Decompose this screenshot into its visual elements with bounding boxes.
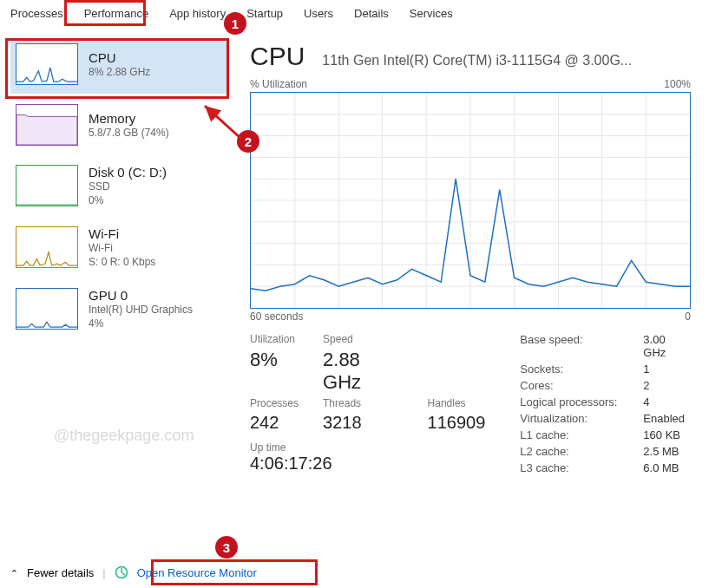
- sidebar-item-disk[interactable]: Disk 0 (C: D:) SSD 0%: [10, 160, 227, 216]
- tab-app-history[interactable]: App history: [159, 0, 236, 29]
- stat-speed-label: Speed: [323, 333, 404, 345]
- chart-xmax: 60 seconds: [250, 310, 303, 323]
- sidebar-wifi-sub2: S: 0 R: 0 Kbps: [89, 256, 155, 269]
- info-sockets-label: Sockets:: [520, 363, 633, 376]
- sidebar-memory-sub: 5.8/7.8 GB (74%): [89, 127, 169, 140]
- sidebar: CPU 8% 2.88 GHz Memory 5.8/7.8 GB (74%): [0, 29, 234, 550]
- sidebar-gpu-sub1: Intel(R) UHD Graphics: [89, 304, 193, 317]
- fewer-details-button[interactable]: Fewer details: [27, 566, 94, 579]
- stat-threads-value: 3218: [323, 413, 404, 433]
- tab-users[interactable]: Users: [293, 0, 344, 29]
- info-l3-value: 6.0 MB: [643, 461, 691, 474]
- open-resource-monitor-link[interactable]: Open Resource Monitor: [137, 566, 257, 579]
- gpu-thumb: [16, 288, 78, 330]
- stat-handles-label: Handles: [428, 397, 486, 409]
- sidebar-item-gpu[interactable]: GPU 0 Intel(R) UHD Graphics 4%: [10, 283, 227, 339]
- stat-proc-label: Processes: [250, 397, 299, 409]
- stat-uptime-value: 4:06:17:26: [250, 454, 485, 474]
- memory-thumb: [16, 104, 78, 146]
- chart-ylabel: % Utilization: [250, 78, 307, 90]
- cpu-chart: [250, 92, 691, 309]
- stat-proc-value: 242: [250, 413, 299, 433]
- info-l3-label: L3 cache:: [520, 461, 633, 474]
- footer-divider: |: [102, 566, 105, 579]
- info-cores-value: 2: [643, 379, 691, 392]
- info-sockets-value: 1: [643, 363, 691, 376]
- info-l2-value: 2.5 MB: [643, 445, 691, 458]
- info-l1-label: L1 cache:: [520, 428, 633, 441]
- stat-threads-label: Threads: [323, 397, 404, 409]
- footer-bar: ⌄ Fewer details | Open Resource Monitor: [10, 565, 257, 579]
- info-cores-label: Cores:: [520, 379, 633, 392]
- stat-speed-value: 2.88 GHz: [323, 349, 404, 394]
- info-l2-label: L2 cache:: [520, 445, 633, 458]
- info-virt-label: Virtualization:: [520, 412, 633, 425]
- sidebar-wifi-title: Wi-Fi: [89, 226, 155, 241]
- info-l1-value: 160 KB: [643, 428, 691, 441]
- chart-xmin: 0: [685, 310, 691, 323]
- tab-processes[interactable]: Processes: [0, 0, 74, 29]
- resource-monitor-icon[interactable]: [115, 565, 128, 579]
- sidebar-disk-sub2: 0%: [89, 194, 167, 207]
- chart-ymax: 100%: [664, 78, 691, 90]
- cpu-model: 11th Gen Intel(R) Core(TM) i3-1115G4 @ 3…: [322, 53, 703, 69]
- info-lproc-value: 4: [643, 395, 691, 408]
- svg-marker-0: [16, 115, 77, 146]
- stat-handles-value: 116909: [428, 413, 486, 433]
- sidebar-disk-sub1: SSD: [89, 180, 167, 193]
- tab-startup[interactable]: Startup: [236, 0, 293, 29]
- sidebar-gpu-title: GPU 0: [89, 288, 193, 303]
- cpu-thumb: [16, 43, 78, 85]
- wifi-thumb: [16, 226, 78, 268]
- tab-details[interactable]: Details: [344, 0, 399, 29]
- watermark-text: @thegeekpage.com: [54, 427, 194, 445]
- info-lproc-label: Logical processors:: [520, 395, 633, 408]
- stat-uptime-label: Up time: [250, 441, 485, 454]
- main-panel: CPU 11th Gen Intel(R) Core(TM) i3-1115G4…: [234, 29, 722, 550]
- info-virt-value: Enabled: [643, 412, 691, 425]
- sidebar-cpu-sub: 8% 2.88 GHz: [89, 66, 150, 79]
- chevron-up-icon[interactable]: ⌄: [10, 567, 18, 578]
- sidebar-item-wifi[interactable]: Wi-Fi Wi-Fi S: 0 R: 0 Kbps: [10, 221, 227, 278]
- tab-performance[interactable]: Performance: [74, 0, 159, 29]
- sidebar-cpu-title: CPU: [89, 50, 150, 65]
- page-title: CPU: [250, 42, 305, 71]
- sidebar-disk-title: Disk 0 (C: D:): [89, 165, 167, 180]
- sidebar-item-cpu[interactable]: CPU 8% 2.88 GHz: [10, 38, 227, 94]
- tab-services[interactable]: Services: [399, 0, 463, 29]
- stat-util-value: 8%: [250, 349, 299, 394]
- disk-thumb: [16, 165, 78, 206]
- stat-util-label: Utilization: [250, 333, 299, 345]
- sidebar-item-memory[interactable]: Memory 5.8/7.8 GB (74%): [10, 99, 227, 154]
- sidebar-wifi-sub1: Wi-Fi: [89, 242, 155, 255]
- tabs-bar: Processes Performance App history Startu…: [0, 0, 722, 29]
- info-basespeed-value: 3.00 GHz: [643, 333, 691, 359]
- info-basespeed-label: Base speed:: [520, 333, 633, 359]
- cpu-info-grid: Base speed:3.00 GHz Sockets:1 Cores:2 Lo…: [520, 333, 691, 474]
- sidebar-memory-title: Memory: [89, 111, 169, 126]
- sidebar-gpu-sub2: 4%: [89, 317, 193, 330]
